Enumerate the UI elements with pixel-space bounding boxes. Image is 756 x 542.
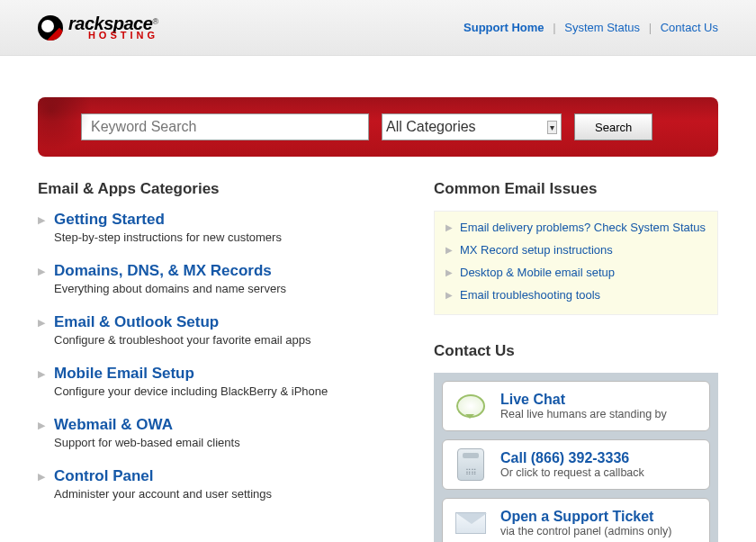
caret-right-icon: ▶	[38, 471, 45, 483]
category-link-email-outlook[interactable]: Email & Outlook Setup	[54, 313, 310, 331]
category-desc: Support for web-based email clients	[54, 436, 240, 449]
category-desc: Step-by-step instructions for new custom…	[54, 230, 282, 244]
search-input[interactable]	[81, 113, 369, 140]
category-item: ▶ Getting Started Step-by-step instructi…	[38, 211, 407, 244]
category-link-control-panel[interactable]: Control Panel	[54, 467, 272, 485]
caret-right-icon: ▶	[38, 214, 45, 226]
search-button[interactable]: Search	[574, 113, 652, 140]
contact-sub: Or click to request a callback	[500, 466, 644, 479]
common-issues-box: ▶ Email delivery problems? Check System …	[434, 211, 718, 315]
nav-separator: |	[649, 21, 652, 34]
category-desc: Configure your device including BlackBer…	[54, 384, 328, 398]
category-link-mobile-email[interactable]: Mobile Email Setup	[54, 365, 328, 383]
category-item: ▶ Control Panel Administer your account …	[38, 467, 407, 501]
nav-support-home[interactable]: Support Home	[464, 21, 544, 34]
logo-reg: ®	[152, 17, 158, 26]
logo-text: rackspace® HOSTING	[68, 14, 158, 41]
nav-system-status[interactable]: System Status	[564, 21, 640, 34]
contact-title: Live Chat	[500, 392, 667, 408]
caret-right-icon: ▶	[38, 420, 45, 431]
caret-right-icon: ▶	[446, 245, 453, 255]
nav-separator: |	[553, 21, 555, 34]
issue-link-delivery-problems[interactable]: Email delivery problems? Check System St…	[460, 221, 706, 234]
caret-right-icon: ▶	[38, 317, 45, 329]
contact-heading: Contact Us	[434, 342, 718, 360]
category-link-webmail-owa[interactable]: Webmail & OWA	[54, 416, 240, 434]
contact-sub: Real live humans are standing by	[500, 408, 667, 420]
category-select-value: All Categories	[386, 119, 476, 135]
caret-right-icon: ▶	[38, 368, 45, 380]
caret-right-icon: ▶	[446, 267, 453, 277]
caret-right-icon: ▶	[38, 266, 45, 277]
category-link-getting-started[interactable]: Getting Started	[54, 211, 282, 229]
caret-right-icon: ▶	[446, 222, 453, 232]
category-item: ▶ Webmail & OWA Support for web-based em…	[38, 416, 407, 449]
category-item: ▶ Email & Outlook Setup Configure & trou…	[38, 313, 407, 347]
category-link-domains[interactable]: Domains, DNS, & MX Records	[54, 262, 286, 280]
issues-heading: Common Email Issues	[434, 180, 718, 198]
search-bar: All Categories ▾ Search	[38, 97, 718, 157]
header-bar: rackspace® HOSTING Support Home | System…	[0, 0, 756, 56]
categories-column: Email & Apps Categories ▶ Getting Starte…	[38, 180, 407, 542]
issue-link-mx-record[interactable]: MX Record setup instructions	[460, 243, 613, 257]
category-desc: Configure & troubleshoot your favorite e…	[54, 333, 310, 347]
envelope-icon	[454, 506, 488, 540]
nav-contact-us[interactable]: Contact Us	[661, 21, 718, 34]
caret-right-icon: ▶	[446, 290, 453, 300]
contact-card-live-chat[interactable]: Live Chat Real live humans are standing …	[442, 381, 710, 431]
phone-icon	[454, 447, 488, 482]
contact-panel: Live Chat Real live humans are standing …	[434, 373, 718, 542]
logo-mark-icon	[38, 15, 63, 41]
category-desc: Administer your account and user setting…	[54, 487, 272, 501]
issue-link-troubleshooting-tools[interactable]: Email troubleshooting tools	[460, 288, 600, 302]
category-item: ▶ Domains, DNS, & MX Records Everything …	[38, 262, 407, 295]
main-container: All Categories ▾ Search Email & Apps Cat…	[38, 56, 718, 542]
issue-row: ▶ Email troubleshooting tools	[446, 288, 706, 302]
issue-link-desktop-mobile-setup[interactable]: Desktop & Mobile email setup	[460, 266, 615, 279]
chat-bubble-icon	[454, 389, 488, 423]
contact-card-call[interactable]: Call (866) 392-3336 Or click to request …	[442, 439, 710, 490]
contact-title: Open a Support Ticket	[500, 509, 671, 525]
contact-card-ticket[interactable]: Open a Support Ticket via the control pa…	[442, 498, 710, 542]
categories-heading: Email & Apps Categories	[38, 180, 407, 198]
chevron-down-icon: ▾	[547, 121, 557, 134]
right-column: Common Email Issues ▶ Email delivery pro…	[434, 180, 718, 542]
category-select[interactable]: All Categories ▾	[382, 113, 562, 140]
issue-row: ▶ Email delivery problems? Check System …	[446, 221, 706, 234]
top-nav: Support Home | System Status | Contact U…	[464, 21, 718, 34]
category-item: ▶ Mobile Email Setup Configure your devi…	[38, 365, 407, 398]
contact-title: Call (866) 392-3336	[500, 450, 644, 466]
category-desc: Everything about domains and name server…	[54, 282, 286, 295]
issue-row: ▶ MX Record setup instructions	[446, 243, 706, 257]
contact-sub: via the control panel (admins only)	[500, 525, 671, 537]
issue-row: ▶ Desktop & Mobile email setup	[446, 266, 706, 279]
two-column-layout: Email & Apps Categories ▶ Getting Starte…	[38, 180, 718, 542]
logo[interactable]: rackspace® HOSTING	[38, 14, 158, 41]
